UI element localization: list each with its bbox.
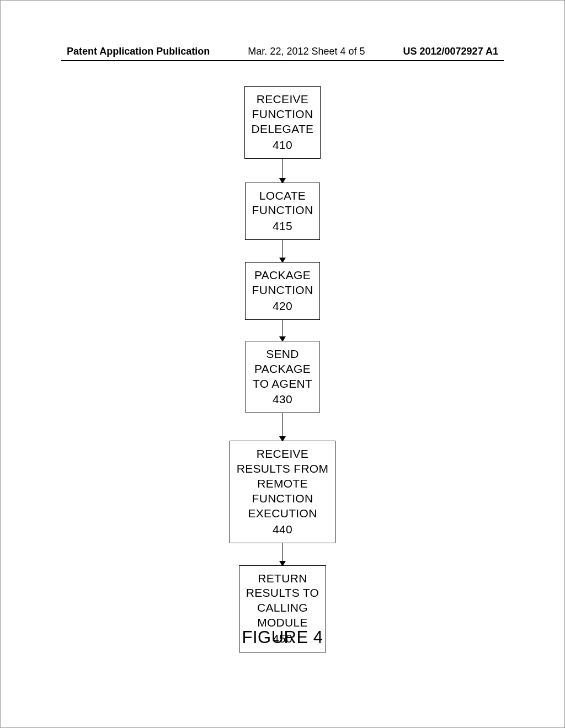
flow-node-line: FUNCTION (252, 107, 314, 122)
figure-caption: FIGURE 4 (1, 628, 564, 647)
flow-connector (279, 159, 286, 183)
header-rule (61, 60, 504, 61)
flow-node-line: FUNCTION (252, 283, 313, 298)
connector-stem (282, 413, 283, 436)
flow-connector (279, 240, 286, 262)
flow-node-line: RESULTS FROM (237, 462, 329, 477)
flow-connector (279, 413, 286, 441)
flow-node-line: RESULTS TO (246, 586, 319, 601)
flow-node-number: 415 (252, 219, 313, 234)
flow-node-line: REMOTE (237, 477, 329, 491)
flow-node-line: RETURN (246, 571, 319, 586)
flow-connector (279, 543, 286, 565)
flow-node-440: RECEIVERESULTS FROMREMOTEFUNCTIONEXECUTI… (230, 441, 336, 543)
flow-node-line: RECEIVE (252, 92, 314, 107)
flow-node-line: DELEGATE (252, 122, 314, 137)
flow-node-line: FUNCTION (237, 491, 329, 506)
flow-node-line: PACKAGE (253, 362, 312, 377)
flow-node-line: CALLING (246, 601, 319, 615)
flow-node-line: TO AGENT (253, 377, 312, 392)
flow-node-line: PACKAGE (252, 268, 313, 283)
flow-node-line: RECEIVE (237, 447, 329, 462)
flow-node-415: LOCATEFUNCTION415 (245, 183, 321, 240)
flow-connector (279, 320, 286, 341)
flow-node-number: 440 (237, 522, 329, 537)
flow-node-410: RECEIVEFUNCTIONDELEGATE410 (244, 86, 321, 159)
flow-node-line: LOCATE (252, 189, 313, 204)
connector-stem (282, 159, 283, 178)
flow-node-number: 430 (253, 392, 312, 407)
flow-node-line: EXECUTION (237, 506, 329, 521)
flow-node-number: 420 (252, 299, 313, 314)
header-publication: Patent Application Publication (67, 46, 210, 57)
flow-node-430: SENDPACKAGETO AGENT430 (246, 341, 319, 414)
flow-node-line: SEND (253, 347, 312, 362)
flow-node-number: 410 (252, 138, 314, 153)
connector-stem (282, 240, 283, 258)
patent-header: Patent Application Publication Mar. 22, … (1, 46, 564, 57)
header-patent-number: US 2012/0072927 A1 (403, 46, 498, 57)
flow-node-420: PACKAGEFUNCTION420 (245, 262, 321, 320)
connector-stem (282, 320, 283, 336)
flowchart: RECEIVEFUNCTIONDELEGATE410LOCATEFUNCTION… (1, 86, 564, 652)
header-sheet-info: Mar. 22, 2012 Sheet 4 of 5 (248, 46, 365, 57)
flow-node-line: FUNCTION (252, 203, 313, 218)
page-frame: Patent Application Publication Mar. 22, … (0, 0, 565, 728)
connector-stem (282, 543, 283, 561)
